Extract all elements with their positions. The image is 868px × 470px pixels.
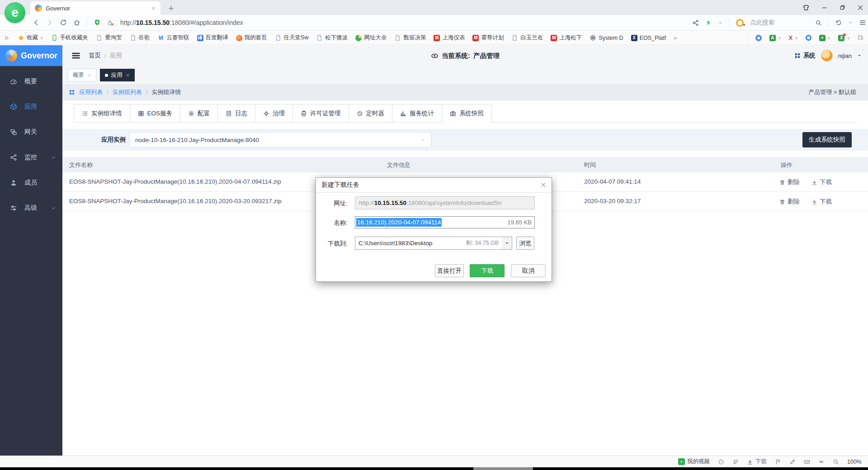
extension-icon[interactable] bbox=[806, 35, 811, 41]
keyboard-icon[interactable] bbox=[804, 459, 810, 465]
tab-system-snapshot[interactable]: 系统快照 bbox=[442, 104, 492, 123]
tab-timer[interactable]: 定时器 bbox=[349, 104, 392, 122]
tab-close-icon[interactable] bbox=[151, 6, 156, 11]
pencil-icon[interactable] bbox=[789, 459, 796, 465]
tab-license-management[interactable]: 许可证管理 bbox=[292, 104, 349, 122]
extension-icon[interactable]: +∨ bbox=[819, 35, 831, 41]
chevron-down-icon[interactable] bbox=[718, 20, 723, 25]
theme-shirt-icon[interactable] bbox=[802, 4, 810, 11]
bookmark-item[interactable]: 白玉兰在 bbox=[511, 34, 543, 42]
bookmark-item[interactable]: 谷歌 bbox=[130, 34, 150, 42]
extension-icon[interactable]: X∨ bbox=[838, 35, 850, 41]
tab-close-icon[interactable] bbox=[126, 73, 130, 77]
my-videos-button[interactable]: 我的视频 bbox=[678, 458, 710, 465]
security-shield-icon[interactable] bbox=[94, 19, 101, 26]
dialog-title-bar[interactable]: 新建下载任务 bbox=[316, 178, 552, 193]
download-button[interactable]: 下载 bbox=[811, 198, 832, 206]
bookmark-item[interactable]: 译 百度翻译 bbox=[197, 34, 228, 42]
sidebar-item-gateway[interactable]: 网关 bbox=[0, 119, 62, 145]
bookmark-item[interactable]: 爱淘宝 bbox=[96, 34, 122, 42]
confirm-download-button[interactable]: 下载 bbox=[470, 264, 505, 277]
page-tab-application[interactable]: 应用 bbox=[100, 69, 135, 81]
delete-button[interactable]: 删除 bbox=[779, 178, 800, 186]
bookmark-item[interactable]: 网址大全 bbox=[355, 34, 387, 42]
flag-icon[interactable] bbox=[775, 459, 781, 465]
download-button[interactable]: 下载 bbox=[811, 178, 832, 186]
grid-icon[interactable] bbox=[69, 89, 75, 95]
system-menu[interactable]: 系统 bbox=[794, 52, 816, 60]
sidebar-item-application[interactable]: 应用 bbox=[0, 94, 62, 119]
bookmark-item[interactable]: M 霍尊计划 bbox=[472, 34, 504, 42]
extension-icon[interactable] bbox=[755, 35, 762, 41]
tab-configuration[interactable]: 配置 bbox=[180, 104, 217, 122]
browser-tab[interactable]: Governor bbox=[30, 1, 160, 15]
bookmark-item[interactable]: 松下微波 bbox=[316, 34, 348, 42]
delete-button[interactable]: 删除 bbox=[779, 198, 800, 206]
speed-bolt-icon[interactable] bbox=[705, 19, 712, 26]
open-directly-button[interactable]: 直接打开 bbox=[435, 264, 464, 277]
speaker-icon[interactable] bbox=[818, 459, 825, 465]
file-name-input[interactable]: 16.16.210).2020-04-07.094114 19.65 KB bbox=[355, 216, 535, 228]
user-name[interactable]: nijian bbox=[838, 52, 852, 59]
dialog-close-icon[interactable] bbox=[541, 182, 546, 188]
bookmarks-overflow-icon[interactable]: » bbox=[674, 35, 677, 41]
menu-icon[interactable] bbox=[859, 19, 866, 26]
breadcrumb-link-instance-groups[interactable]: 实例组列表 bbox=[113, 88, 142, 96]
search-engine-logo-icon[interactable] bbox=[736, 19, 744, 27]
search-icon[interactable] bbox=[815, 19, 822, 26]
cancel-button[interactable]: 取消 bbox=[511, 264, 546, 277]
bookmark-item[interactable]: 数据决策 bbox=[394, 34, 426, 42]
forward-icon[interactable] bbox=[46, 19, 53, 26]
bookmark-item[interactable]: M 云赛智联 bbox=[158, 34, 189, 42]
share-icon[interactable] bbox=[692, 19, 699, 26]
restore-icon[interactable] bbox=[840, 5, 845, 10]
extension-icon[interactable]: X∨ bbox=[789, 34, 798, 41]
status-circle-icon[interactable] bbox=[718, 459, 724, 465]
tab-close-icon[interactable] bbox=[87, 73, 91, 77]
sidebar-item-overview[interactable]: 概要 bbox=[0, 69, 62, 94]
bookmark-item[interactable]: 我的首页 bbox=[236, 34, 267, 42]
avatar[interactable] bbox=[821, 50, 833, 62]
zoom-icon[interactable] bbox=[833, 459, 839, 465]
minimize-icon[interactable] bbox=[821, 5, 828, 11]
new-tab-button[interactable] bbox=[165, 2, 177, 14]
instance-select[interactable]: node-10-16-16-210:Jay-ProductManage:8040 bbox=[129, 132, 431, 147]
chevron-down-icon[interactable] bbox=[848, 20, 853, 25]
zoom-level[interactable]: 100% bbox=[847, 459, 862, 465]
breadcrumb-home[interactable]: 首页 bbox=[89, 52, 101, 60]
bookmark-item[interactable]: M 上海仪表 bbox=[434, 34, 465, 42]
tab-instance-group-detail[interactable]: 实例组详情 bbox=[74, 104, 130, 122]
destination-dropdown-button[interactable] bbox=[502, 237, 512, 250]
breadcrumb-link-app-list[interactable]: 应用列表 bbox=[79, 88, 103, 96]
browse-button[interactable]: 浏览 bbox=[516, 237, 534, 250]
bookmark-item[interactable]: System D bbox=[590, 34, 623, 41]
tab-logs[interactable]: 日志 bbox=[217, 104, 255, 122]
bookmark-favorites[interactable]: 收藏 ∨ bbox=[18, 34, 43, 42]
tab-eos-service[interactable]: EOS服务 bbox=[130, 104, 180, 122]
side-panel-icon[interactable] bbox=[858, 35, 863, 41]
close-icon[interactable] bbox=[857, 5, 863, 11]
sidebar-item-advanced[interactable]: 高级 bbox=[0, 195, 62, 221]
address-url[interactable]: http://10.15.15.50:18080/#/application/i… bbox=[120, 19, 243, 26]
home-icon[interactable] bbox=[73, 19, 80, 26]
bookmark-item[interactable]: M 上海松下 bbox=[551, 34, 582, 42]
generate-snapshot-button[interactable]: 生成系统快照 bbox=[802, 132, 852, 147]
insecure-lock-icon[interactable] bbox=[107, 19, 114, 26]
sidebar-item-monitoring[interactable]: 监控 bbox=[0, 145, 62, 170]
bookmark-mobile-folder[interactable]: 手机收藏夹 bbox=[51, 34, 89, 42]
sidebar-item-members[interactable]: 成员 bbox=[0, 170, 62, 195]
search-input[interactable]: 点此搜索 bbox=[750, 19, 809, 27]
downloads-button[interactable]: 下载 bbox=[747, 458, 767, 465]
undo-icon[interactable] bbox=[835, 19, 842, 26]
tab-governance[interactable]: 治理 bbox=[255, 104, 292, 122]
destination-input[interactable]: C:\Users\scirl1983\Desktop 剩: 34.75 GB bbox=[355, 237, 502, 250]
extension-icon[interactable]: A∨ bbox=[769, 35, 781, 41]
tab-service-statistics[interactable]: 服务统计 bbox=[392, 104, 442, 122]
chevron-down-icon[interactable] bbox=[857, 53, 862, 58]
reload-icon[interactable] bbox=[60, 19, 67, 26]
bookmark-item[interactable]: X EOS_Platf bbox=[631, 35, 666, 41]
back-icon[interactable] bbox=[33, 19, 40, 26]
bookmarks-panel-toggle-icon[interactable] bbox=[5, 35, 10, 41]
pin-icon[interactable] bbox=[732, 459, 739, 465]
sidebar-collapse-icon[interactable] bbox=[71, 51, 80, 60]
